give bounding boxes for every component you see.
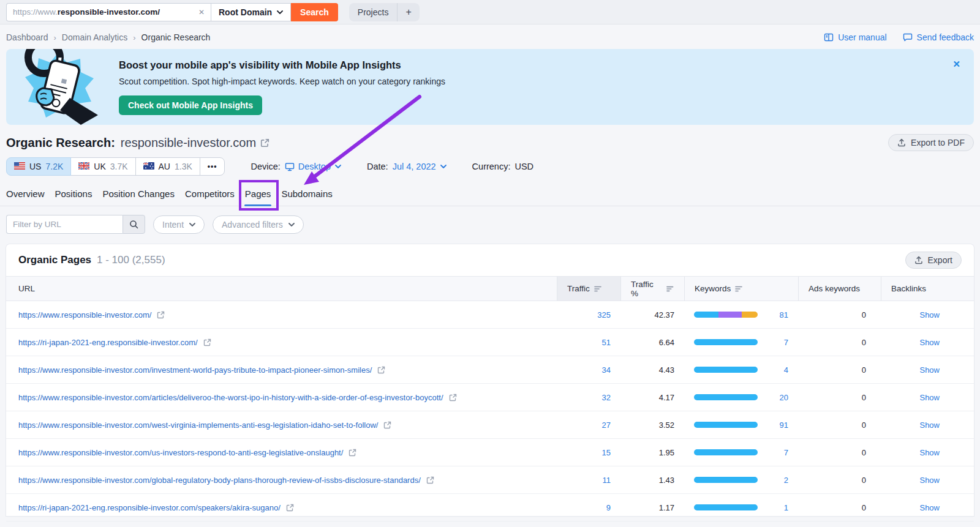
traffic-value[interactable]: 27 xyxy=(602,420,611,430)
external-link-icon[interactable] xyxy=(349,449,356,457)
sort-icon xyxy=(666,285,674,293)
breadcrumb-item-domain-analytics[interactable]: Domain Analytics xyxy=(62,32,127,42)
tab-overview[interactable]: Overview xyxy=(6,183,45,206)
page-url-link[interactable]: https://ri-japan-2021-eng.responsible-in… xyxy=(18,503,281,512)
top-search-bar: https://www.responsible-investor.com/ ✕ … xyxy=(0,0,980,24)
external-link-icon[interactable] xyxy=(157,311,165,319)
traffic-value[interactable]: 51 xyxy=(602,338,611,347)
traffic-pct-value: 1.95 xyxy=(659,448,674,457)
scope-select[interactable]: Root Domain xyxy=(211,3,291,21)
search-button[interactable]: Search xyxy=(291,3,338,21)
keywords-count[interactable]: 4 xyxy=(784,365,788,375)
column-header-traffic[interactable]: Traffic % xyxy=(620,277,684,301)
us-flag-icon xyxy=(14,162,25,171)
table-row: https://www.responsible-investor.com/glo… xyxy=(6,466,974,494)
page-url-link[interactable]: https://www.responsible-investor.com/glo… xyxy=(18,476,421,485)
keywords-intent-bar xyxy=(694,367,758,373)
banner-subtitle: Scout competition. Spot high-impact keyw… xyxy=(119,77,445,86)
keywords-count[interactable]: 2 xyxy=(784,476,788,485)
traffic-value[interactable]: 11 xyxy=(603,476,611,485)
export-button[interactable]: Export xyxy=(905,252,962,269)
chevron-down-icon xyxy=(288,223,295,226)
country-tab-uk[interactable]: UK3.7K xyxy=(70,157,135,176)
traffic-value[interactable]: 15 xyxy=(602,448,611,457)
traffic-cell: 15 xyxy=(557,448,620,457)
external-link-icon[interactable] xyxy=(383,421,391,429)
tab-pages[interactable]: Pages xyxy=(245,183,271,206)
external-link-icon[interactable] xyxy=(203,338,211,346)
export-to-pdf-button[interactable]: Export to PDF xyxy=(888,134,974,151)
external-link-icon[interactable] xyxy=(426,476,434,484)
breadcrumb-row: Dashboard›Domain Analytics›Organic Resea… xyxy=(0,24,980,48)
intent-dropdown[interactable]: Intent xyxy=(153,215,205,234)
table-row: https://www.responsible-investor.com/wes… xyxy=(6,411,974,439)
backlinks-show-link[interactable]: Show xyxy=(919,476,940,485)
add-project-button[interactable]: + xyxy=(398,7,419,18)
tab-positions[interactable]: Positions xyxy=(55,183,92,206)
traffic-value[interactable]: 34 xyxy=(602,365,611,375)
keywords-count[interactable]: 7 xyxy=(784,338,788,347)
page-url-link[interactable]: https://www.responsible-investor.com/inv… xyxy=(18,365,372,375)
tab-subdomains[interactable]: Subdomains xyxy=(281,183,332,206)
column-header-url: URL xyxy=(6,277,557,301)
breadcrumb-item-dashboard[interactable]: Dashboard xyxy=(6,32,48,42)
page-url-link[interactable]: https://www.responsible-investor.com/art… xyxy=(18,393,443,402)
traffic-pct-cell: 4.43 xyxy=(620,365,684,375)
backlinks-show-link[interactable]: Show xyxy=(919,310,940,320)
traffic-value[interactable]: 325 xyxy=(597,310,611,320)
banner-cta-button[interactable]: Check out Mobile App Insights xyxy=(119,95,262,115)
external-link-icon[interactable] xyxy=(377,366,385,374)
external-link-icon[interactable] xyxy=(286,504,294,512)
backlinks-show-link[interactable]: Show xyxy=(919,503,940,512)
page-url-link[interactable]: https://www.responsible-investor.com/ xyxy=(18,310,151,320)
keywords-cell: 91 xyxy=(684,420,798,430)
backlinks-show-link[interactable]: Show xyxy=(919,420,940,430)
keywords-count[interactable]: 20 xyxy=(780,393,788,402)
page-url-link[interactable]: https://www.responsible-investor.com/wes… xyxy=(18,420,378,430)
backlinks-show-link[interactable]: Show xyxy=(919,393,940,402)
url-filter-input[interactable] xyxy=(6,215,123,234)
filter-search-button[interactable] xyxy=(123,215,145,234)
keywords-count[interactable]: 1 xyxy=(784,503,788,512)
backlinks-show-link[interactable]: Show xyxy=(919,338,940,347)
more-countries-button[interactable]: ••• xyxy=(200,157,225,176)
advanced-filters-dropdown[interactable]: Advanced filters xyxy=(213,215,304,234)
intent-bar-segment xyxy=(694,449,758,455)
table-row: https://ri-japan-2021-eng.responsible-in… xyxy=(6,329,974,356)
backlinks-show-link[interactable]: Show xyxy=(919,448,940,457)
backlinks-cell: Show xyxy=(881,310,974,320)
external-link-icon[interactable] xyxy=(260,138,270,148)
page-url-link[interactable]: https://www.responsible-investor.com/us-… xyxy=(18,448,343,457)
keywords-count[interactable]: 81 xyxy=(780,310,788,320)
au-flag-icon xyxy=(143,162,154,171)
banner-close-icon[interactable]: ✕ xyxy=(952,59,960,70)
backlinks-show-link[interactable]: Show xyxy=(919,365,940,375)
date-selector[interactable]: Date: Jul 4, 2022 xyxy=(367,162,447,171)
keywords-count[interactable]: 7 xyxy=(784,448,788,457)
device-selector[interactable]: Device: Desktop xyxy=(251,162,341,171)
intent-bar-segment xyxy=(694,477,758,483)
user-manual-link[interactable]: User manual xyxy=(824,32,886,42)
domain-input-value: responsible-investor.com/ xyxy=(58,7,160,17)
domain-input[interactable]: https://www.responsible-investor.com/ ✕ xyxy=(6,3,211,21)
tab-competitors[interactable]: Competitors xyxy=(185,183,235,206)
clear-input-icon[interactable]: ✕ xyxy=(198,8,205,17)
send-feedback-link[interactable]: Send feedback xyxy=(903,32,974,42)
backlinks-cell: Show xyxy=(881,420,974,430)
country-tab-au[interactable]: AU1.3K xyxy=(135,157,200,176)
country-tab-us[interactable]: US7.2K xyxy=(6,157,71,176)
projects-tab[interactable]: Projects + xyxy=(349,3,420,21)
traffic-value[interactable]: 32 xyxy=(602,393,611,402)
url-cell: https://ri-japan-2021-eng.responsible-in… xyxy=(6,503,557,512)
page-url-link[interactable]: https://ri-japan-2021-eng.responsible-in… xyxy=(18,338,198,347)
keywords-count[interactable]: 91 xyxy=(780,420,788,430)
external-link-icon[interactable] xyxy=(449,394,457,402)
url-cell: https://www.responsible-investor.com/art… xyxy=(6,393,557,402)
currency-display: Currency: USD xyxy=(472,162,533,171)
traffic-value[interactable]: 9 xyxy=(606,503,611,512)
column-header-traffic[interactable]: Traffic xyxy=(557,277,620,301)
tab-position-changes[interactable]: Position Changes xyxy=(102,183,175,206)
url-cell: https://www.responsible-investor.com/ xyxy=(6,310,557,320)
column-header-keywords[interactable]: Keywords xyxy=(684,277,798,301)
chevron-down-icon xyxy=(189,223,195,226)
